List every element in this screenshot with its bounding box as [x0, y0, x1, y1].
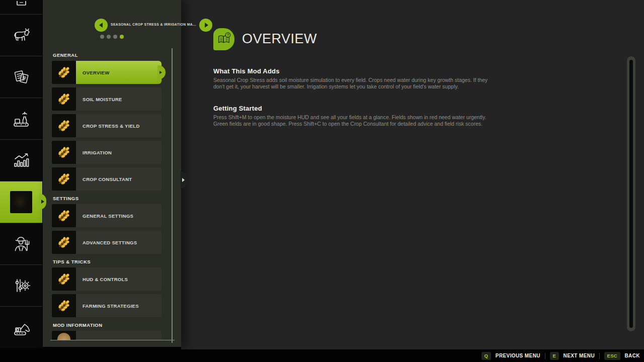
- sidebar-tab-statistics[interactable]: [0, 139, 42, 181]
- hat-icon: [52, 331, 76, 340]
- pager-dot[interactable]: [113, 35, 117, 39]
- contracts-icon: [11, 67, 31, 87]
- section-heading-what-this-mod-adds: What This Mod Adds: [213, 67, 280, 75]
- menu-item-farming-strategies[interactable]: FARMING STRATEGIES: [52, 294, 162, 317]
- pager-dot[interactable]: [107, 35, 111, 39]
- sidebar-tab-animals[interactable]: [0, 14, 42, 56]
- section-body-getting-started: Press Shift+M to open the moisture HUD a…: [213, 114, 495, 127]
- screen-icon: [11, 1, 31, 13]
- back-button[interactable]: ESC BACK: [604, 352, 640, 360]
- wheat-icon: [52, 61, 76, 84]
- wheat-icon: [52, 204, 76, 227]
- selected-tab-arrow-icon: [41, 200, 44, 204]
- menu-item-partial[interactable]: [52, 331, 162, 340]
- menu-item-irrigation[interactable]: IRRIGATION: [52, 141, 162, 164]
- sidebar-tab-contracts[interactable]: [0, 56, 42, 98]
- sidebar-tab-farmer[interactable]: [0, 223, 42, 264]
- excavator-icon: [11, 317, 31, 337]
- pager-dot[interactable]: [100, 35, 104, 39]
- menu-item-label: IRRIGATION: [83, 150, 112, 155]
- hotbar-label: PREVIOUS MENU: [496, 353, 540, 358]
- page-title: OVERVIEW: [242, 31, 317, 47]
- hotbar-divider: [599, 353, 600, 359]
- pager-dots: [43, 35, 181, 39]
- section-label-tips-tricks: TIPS & TRICKS: [53, 259, 175, 264]
- sidebar-tab-production[interactable]: [0, 98, 42, 139]
- section-label-settings: SETTINGS: [53, 196, 175, 201]
- menu-item-label: CROP CONSULTANT: [83, 176, 132, 182]
- menu-item-general-settings[interactable]: GENERAL SETTINGS: [52, 204, 162, 227]
- hotbar-label: BACK: [625, 353, 640, 358]
- main-menu-sidebar: [0, 0, 42, 349]
- wheat-icon: [52, 267, 76, 291]
- menu-item-label: FARMING STRATEGIES: [83, 303, 139, 309]
- menu-item-soil-moisture[interactable]: SOIL MOISTURE: [52, 87, 162, 111]
- menu-item-label: OVERVIEW: [83, 70, 109, 75]
- arrow-left-icon: [99, 23, 103, 28]
- settings-sliders-gear-icon: [11, 276, 31, 296]
- next-menu-button[interactable]: E NEXT MENU: [550, 352, 595, 360]
- statistics-icon: [11, 150, 31, 170]
- production-icon: [11, 109, 31, 129]
- mod-help-icon: [10, 191, 32, 213]
- section-heading-getting-started: Getting Started: [213, 105, 262, 112]
- hotkey-bar: Q PREVIOUS MENU E NEXT MENU ESC BACK: [0, 349, 644, 362]
- arrow-right-icon: [205, 23, 208, 28]
- next-page-button[interactable]: [199, 19, 212, 32]
- mod-help-panel: SEASONAL CROP STRESS & IRRIGATION MA... …: [43, 0, 181, 347]
- menu-item-advanced-settings[interactable]: ADVANCED SETTINGS: [52, 231, 162, 254]
- key-badge-esc: ESC: [604, 352, 620, 360]
- menu-item-label: CROP STRESS & YIELD: [83, 123, 140, 129]
- menu-item-crop-consultant[interactable]: CROP CONSULTANT: [52, 167, 162, 191]
- wheat-icon: [52, 87, 76, 111]
- sidebar-tab-mod-help[interactable]: [0, 181, 42, 223]
- wheat-icon: [52, 141, 76, 164]
- section-label-mod-information: MOD INFORMATION: [53, 322, 175, 328]
- sidebar-tab-settings[interactable]: [0, 264, 42, 306]
- sidebar-tab-screen[interactable]: [0, 0, 42, 14]
- main-content-background: [181, 0, 644, 349]
- cow-icon: [11, 25, 31, 45]
- menu-item-label: GENERAL SETTINGS: [83, 213, 133, 219]
- content-scrollbar-track[interactable]: [629, 60, 633, 328]
- menu-item-crop-stress-yield[interactable]: CROP STRESS & YIELD: [52, 114, 162, 137]
- svg-text:?: ?: [227, 33, 229, 37]
- key-badge-e: E: [550, 352, 559, 360]
- selected-item-arrow-icon: [159, 71, 162, 74]
- menu-item-hud-controls[interactable]: HUD & CONTROLS: [52, 267, 162, 291]
- hotbar-label: NEXT MENU: [564, 353, 595, 358]
- panel-title: SEASONAL CROP STRESS & IRRIGATION MA...: [109, 23, 198, 26]
- panel-collapse-arrow-icon: [182, 178, 185, 182]
- previous-page-button[interactable]: [95, 19, 108, 32]
- wheat-icon: [52, 167, 76, 191]
- wheat-icon: [52, 294, 76, 317]
- wheat-icon: [52, 114, 76, 137]
- section-body-what-this-mod-adds: Seasonal Crop Stress adds soil moisture …: [213, 77, 495, 89]
- help-book-icon: ?: [213, 28, 234, 50]
- farmer-icon: [11, 234, 31, 254]
- panel-scrollbar[interactable]: [172, 48, 173, 343]
- menu-item-label: SOIL MOISTURE: [83, 97, 122, 102]
- key-badge-q: Q: [481, 352, 491, 360]
- wheat-icon: [52, 231, 76, 254]
- previous-menu-button[interactable]: Q PREVIOUS MENU: [481, 352, 540, 360]
- menu-item-overview[interactable]: OVERVIEW: [52, 61, 162, 84]
- section-label-general: GENERAL: [53, 52, 175, 58]
- hotbar-divider: [545, 353, 545, 359]
- content-scrollbar[interactable]: [627, 56, 635, 331]
- sidebar-tab-construction[interactable]: [0, 306, 42, 348]
- menu-item-label: ADVANCED SETTINGS: [83, 240, 137, 245]
- menu-list: GENERAL OVERVIEW SOIL MOISTURE CROP STRE…: [50, 48, 175, 340]
- pager-dot-active[interactable]: [120, 35, 124, 39]
- menu-item-label: HUD & CONTROLS: [83, 277, 128, 282]
